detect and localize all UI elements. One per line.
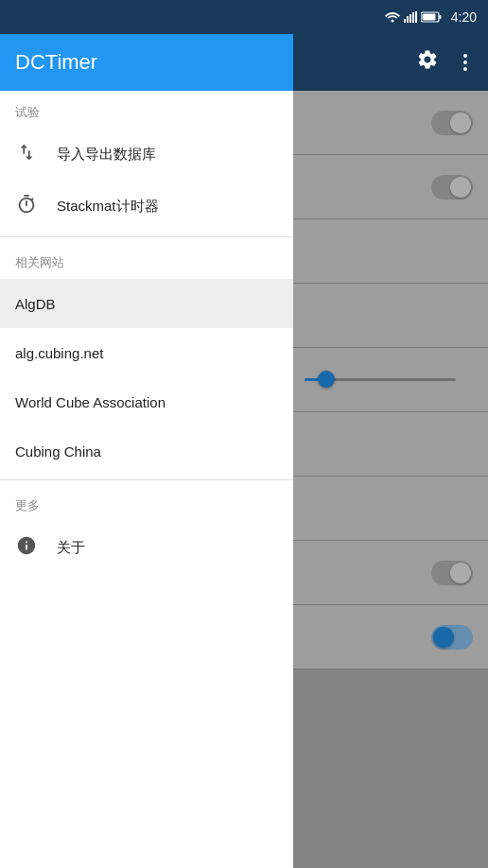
alg-cubing-label: alg.cubing.net xyxy=(15,345,103,361)
more-dots[interactable] xyxy=(454,51,477,74)
status-time: 4:20 xyxy=(451,9,477,25)
svg-rect-1 xyxy=(404,19,406,23)
divider-1 xyxy=(0,236,293,237)
status-icons: 4:20 xyxy=(385,9,477,25)
svg-rect-4 xyxy=(412,12,414,23)
stackmat-label: Stackmat计时器 xyxy=(57,198,159,216)
drawer-item-algdb[interactable]: AlgDB xyxy=(0,279,293,328)
drawer-item-about[interactable]: 关于 xyxy=(0,522,293,574)
import-export-icon xyxy=(15,142,38,167)
drawer-item-import-export[interactable]: 导入导出数据库 xyxy=(0,129,293,181)
battery-icon xyxy=(421,11,442,23)
cubing-china-label: Cubing China xyxy=(15,443,101,460)
svg-point-0 xyxy=(391,20,393,23)
wifi-icon xyxy=(385,11,400,23)
signal-icon xyxy=(404,11,417,23)
divider-2 xyxy=(0,479,293,480)
section-header-experiment: 试验 xyxy=(0,91,293,129)
svg-rect-3 xyxy=(410,14,411,23)
timer-icon xyxy=(15,194,38,219)
drawer-item-alg-cubing[interactable]: alg.cubing.net xyxy=(0,328,293,377)
wca-label: World Cube Association xyxy=(15,394,166,410)
about-label: 关于 xyxy=(57,539,85,557)
drawer-item-wca[interactable]: World Cube Association xyxy=(0,377,293,426)
right-toolbar xyxy=(293,34,488,91)
drawer-item-cubing-china[interactable]: Cubing China xyxy=(0,426,293,476)
settings-icon[interactable] xyxy=(416,48,439,77)
svg-rect-2 xyxy=(407,16,409,23)
info-icon xyxy=(15,535,38,561)
svg-rect-8 xyxy=(439,15,441,19)
section-header-more: 更多 xyxy=(0,484,293,522)
algdb-label: AlgDB xyxy=(15,296,56,312)
svg-rect-7 xyxy=(422,14,435,21)
drawer-item-stackmat[interactable]: Stackmat计时器 xyxy=(0,181,293,233)
nav-drawer: 试验 导入导出数据库 Stackmat计时器 相关网站 AlgDB alg.cu… xyxy=(0,91,293,868)
svg-rect-5 xyxy=(415,11,417,23)
more-options-icon[interactable] xyxy=(454,51,477,74)
status-bar: 4:20 xyxy=(0,0,488,34)
import-export-label: 导入导出数据库 xyxy=(57,146,156,164)
section-header-websites: 相关网站 xyxy=(0,241,293,279)
app-title: DCTimer xyxy=(15,50,97,75)
